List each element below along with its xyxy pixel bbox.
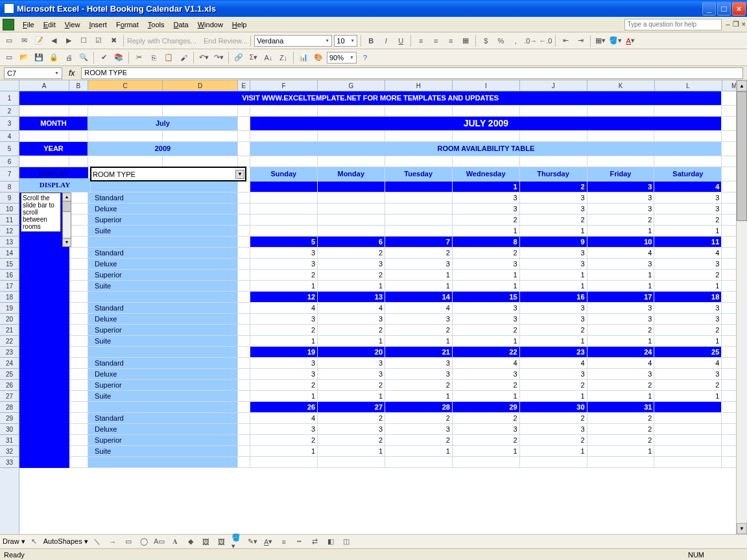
room-type-standard[interactable]: Standard [88,358,238,369]
availability-cell[interactable]: 2 [587,435,655,446]
room-type-deluxe[interactable]: Deluxe [88,369,238,380]
room-type-suite[interactable]: Suite [88,391,238,402]
fill-color-draw-icon[interactable]: 🪣▾ [231,535,244,548]
day-header-thursday[interactable]: Thursday [520,167,587,181]
date-cell[interactable]: 8 [453,237,520,248]
cell[interactable] [69,402,88,413]
cell[interactable] [19,369,69,380]
currency-button[interactable]: $ [479,34,492,47]
availability-cell[interactable] [318,192,385,204]
availability-cell[interactable]: 2 [453,380,520,391]
cell[interactable] [163,131,237,142]
row-header-13[interactable]: 13 [0,237,19,248]
availability-cell[interactable]: 2 [520,380,587,391]
cell[interactable] [69,131,88,142]
row-header-10[interactable]: 10 [0,204,19,215]
availability-cell[interactable]: 2 [520,215,587,226]
availability-cell[interactable]: 3 [587,192,655,204]
availability-cell[interactable]: 1 [250,446,318,457]
display-combobox[interactable]: ROOM TYPE ▼ [91,167,246,181]
availability-cell[interactable]: 2 [385,325,453,336]
cell[interactable] [238,347,250,358]
availability-cell[interactable]: 3 [453,204,520,215]
cell[interactable] [238,435,250,446]
row-header-17[interactable]: 17 [0,281,19,292]
row-header-12[interactable]: 12 [0,226,19,237]
availability-cell[interactable]: 1 [318,391,385,402]
availability-cell[interactable] [250,204,318,215]
row-header-8[interactable]: 8 [0,181,19,192]
room-type-cell[interactable] [88,181,238,192]
availability-cell[interactable]: 3 [453,259,520,270]
availability-cell[interactable]: 4 [587,358,655,369]
cell[interactable] [238,281,250,292]
menu-tools[interactable]: Tools [143,19,169,30]
col-header-I[interactable]: I [453,80,520,91]
borders-button[interactable]: ▦▾ [594,34,607,47]
availability-cell[interactable]: 4 [250,303,318,314]
open-icon[interactable]: 📂 [18,51,30,64]
row-header-1[interactable]: 1 [0,91,19,106]
menu-edit[interactable]: Edit [39,19,60,30]
availability-cell[interactable]: 1 [385,446,453,457]
date-cell[interactable]: 22 [453,347,520,358]
availability-cell[interactable]: 1 [250,336,318,347]
cell[interactable] [238,413,250,424]
availability-cell[interactable] [654,413,722,424]
scroll-down-icon[interactable]: ▼ [737,523,747,534]
availability-cell[interactable]: 3 [520,303,587,314]
increase-indent-button[interactable]: ⇥ [574,34,587,47]
col-header-H[interactable]: H [385,80,453,91]
availability-cell[interactable]: 3 [654,369,722,380]
dash-style-icon[interactable]: ┅ [293,535,306,548]
cell[interactable] [238,270,250,281]
date-cell[interactable] [318,181,385,192]
help-icon[interactable]: ? [359,51,372,64]
row-header-11[interactable]: 11 [0,215,19,226]
menu-window[interactable]: Window [193,19,228,30]
row-header-25[interactable]: 25 [0,369,19,380]
print-icon[interactable]: 🖨 [62,51,75,64]
insert-comment-icon[interactable]: 📝 [32,34,45,47]
availability-cell[interactable]: 2 [453,413,520,424]
cell[interactable] [238,325,250,336]
availability-cell[interactable]: 1 [520,281,587,292]
menu-file[interactable]: File [18,19,39,30]
scroll-thumb[interactable] [737,91,747,221]
cell[interactable] [318,131,385,142]
cell[interactable] [19,259,69,270]
cell[interactable] [238,336,250,347]
cell[interactable] [88,106,163,117]
availability-cell[interactable]: 4 [318,303,385,314]
room-type-deluxe[interactable]: Deluxe [88,204,238,215]
availability-cell[interactable] [654,424,722,435]
row-header-32[interactable]: 32 [0,446,19,457]
availability-cell[interactable]: 2 [250,270,318,281]
availability-cell[interactable]: 3 [385,369,453,380]
cell[interactable] [250,457,318,468]
print-preview-icon[interactable]: 🔍 [77,51,90,64]
availability-cell[interactable]: 3 [520,369,587,380]
date-cell[interactable]: 21 [385,347,453,358]
font-color-button[interactable]: A▾ [624,34,637,47]
availability-cell[interactable]: 4 [654,248,722,259]
cell[interactable] [69,303,88,314]
clipart-icon[interactable]: 🖼 [200,535,213,548]
wordart-icon[interactable]: 𝐀 [169,535,182,548]
day-header-monday[interactable]: Monday [318,167,385,181]
availability-cell[interactable]: 2 [385,435,453,446]
cell[interactable] [69,204,88,215]
room-type-standard[interactable]: Standard [88,303,238,314]
prev-comment-icon[interactable]: ◀ [47,34,60,47]
cell[interactable] [520,106,587,117]
cell[interactable] [587,457,655,468]
row-header-3[interactable]: 3 [0,117,19,131]
cell[interactable] [19,106,69,117]
availability-cell[interactable] [385,192,453,204]
decrease-decimal-button[interactable]: ←.0 [539,34,552,47]
align-left-button[interactable]: ≡ [414,34,427,47]
cell[interactable] [69,358,88,369]
room-type-cell[interactable] [88,237,238,248]
cell[interactable] [238,237,250,248]
template-link-banner[interactable]: VISIT WWW.EXCELTEMPLATE.NET FOR MORE TEM… [19,91,722,106]
